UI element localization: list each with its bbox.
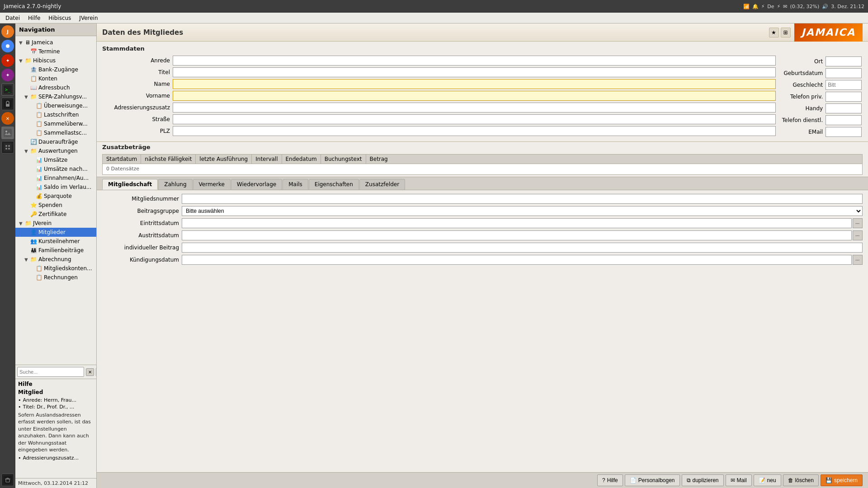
personalbogen-icon: 📄 <box>630 477 637 483</box>
tree-mitglieder[interactable]: 👤 Mitglieder <box>15 228 96 237</box>
strasse-input[interactable] <box>173 114 776 124</box>
tree-mitgliedskonten[interactable]: 📋 Mitgliedskonten... <box>15 264 96 273</box>
tree-kursteilnehmer[interactable]: 👥 Kursteilnehmer <box>15 237 96 246</box>
geschlecht-input[interactable] <box>826 80 862 90</box>
svg-point-3 <box>6 44 9 48</box>
geburtsdatum-input[interactable] <box>826 68 862 78</box>
taskbar-icon-app1[interactable]: ✦ <box>1 54 14 67</box>
tree-sepa[interactable]: ▼ 📁 SEPA-Zahlungsv... <box>15 92 96 101</box>
taskbar-icon-lock[interactable] <box>1 98 14 110</box>
mail-button[interactable]: ✉ Mail <box>726 474 752 486</box>
speichern-button[interactable]: 💾 speichern <box>821 474 863 486</box>
telefon-dienstl-input[interactable] <box>826 115 862 125</box>
tab-wiedervorlage[interactable]: Wiedervorlage <box>231 179 282 190</box>
menu-jverein[interactable]: JVerein <box>75 14 101 22</box>
tab-zusatzfelder[interactable]: Zusatzfelder <box>359 179 405 190</box>
taskbar-icon-jameica[interactable]: J <box>1 25 14 38</box>
tree-ueberweisungen[interactable]: 📋 Überweisunge... <box>15 101 96 110</box>
titel-input[interactable] <box>173 67 776 77</box>
beitragsgruppe-label: Beitragsgruppe <box>102 208 179 214</box>
tree-termine[interactable]: 📅 Termine <box>15 47 96 56</box>
kuendigungsdatum-picker-button[interactable]: ⋯ <box>853 255 863 265</box>
kuendigungsdatum-input[interactable] <box>182 255 852 265</box>
individueller-beitrag-input[interactable]: 0,00 <box>182 243 863 253</box>
ort-input[interactable] <box>826 56 862 66</box>
mitglied-form: Mitgliedsnummer Beitragsgruppe Bitte aus… <box>102 194 863 265</box>
adressierungszusatz-input[interactable] <box>173 103 776 113</box>
taskbar-icon-image[interactable] <box>1 127 14 139</box>
taskbar-icon-apps[interactable] <box>1 141 14 154</box>
plz-label: PLZ <box>102 128 170 134</box>
tab-zahlung[interactable]: Zahlung <box>158 179 192 190</box>
col-intervall[interactable]: Intervall <box>252 155 282 164</box>
nav-panel: Navigation ▼ 🖥 Jameica 📅 Termine ▼ <box>15 23 97 488</box>
austrittsdatum-picker-button[interactable]: ⋯ <box>853 230 863 240</box>
tree-abrechnung[interactable]: ▼ 📁 Abrechnung <box>15 255 96 264</box>
tab-mails[interactable]: Mails <box>283 179 308 190</box>
tree-dauerauftraege[interactable]: 🔄 Daueraufträge <box>15 137 96 146</box>
eintrittsdatum-input[interactable] <box>182 218 852 228</box>
tree-saldo[interactable]: 📊 Saldo im Verlau... <box>15 183 96 192</box>
tree-rechnungen[interactable]: 📋 Rechnungen <box>15 273 96 282</box>
mitgliedsnummer-input[interactable] <box>182 194 863 204</box>
tree-umsaetze[interactable]: 📊 Umsätze <box>15 155 96 164</box>
tree-sparquote[interactable]: 💰 Sparquote <box>15 192 96 201</box>
tree-umsaetze-nach[interactable]: 📊 Umsätze nach... <box>15 164 96 174</box>
beitragsgruppe-select[interactable]: Bitte auswählen <box>182 206 863 216</box>
tree-familienbeitraege[interactable]: 👨‍👩‍👧 Familienbeiträge <box>15 246 96 255</box>
kuendigungsdatum-date-row: ⋯ <box>182 255 863 265</box>
menu-hilfe[interactable]: Hilfe <box>24 14 44 22</box>
loeschen-button[interactable]: 🗑 löschen <box>783 474 819 486</box>
personalbogen-button[interactable]: 📄 Personalbogen <box>625 474 680 486</box>
tree-lastschriften[interactable]: 📋 Lastschriften <box>15 110 96 119</box>
col-buchungstext[interactable]: Buchungstext <box>321 155 366 164</box>
tree-adressbuch[interactable]: 📖 Adressbuch <box>15 83 96 92</box>
col-letzte-ausfuehrung[interactable]: letzte Ausführung <box>196 155 252 164</box>
menu-datei[interactable]: Datei <box>2 14 24 22</box>
taskbar-icon-app2[interactable]: ✦ <box>1 69 14 81</box>
bookmark-icon[interactable]: ★ <box>769 28 779 38</box>
tab-mitgliedschaft[interactable]: Mitgliedschaft <box>102 179 158 190</box>
expand-icon[interactable]: ⊞ <box>781 28 791 38</box>
menu-hibiscus[interactable]: Hibiscus <box>45 14 75 22</box>
search-input[interactable] <box>17 367 84 377</box>
tab-eigenschaften[interactable]: Eigenschaften <box>309 179 359 190</box>
taskbar-icon-chrome[interactable] <box>1 40 14 52</box>
tree-zertifikate[interactable]: 🔑 Zertifikate <box>15 210 96 219</box>
email-input[interactable] <box>826 127 862 137</box>
telefon-priv-input[interactable] <box>826 92 862 102</box>
tree-auswertungen[interactable]: ▼ 📁 Auswertungen <box>15 146 96 155</box>
taskbar-icon-app3[interactable]: ✕ <box>1 112 14 125</box>
eintrittsdatum-picker-button[interactable]: ⋯ <box>853 218 863 228</box>
taskbar-icon-terminal[interactable]: >_ <box>1 83 14 96</box>
anrede-input[interactable] <box>173 56 776 66</box>
tree-sammelueber[interactable]: 📋 Sammelüberw... <box>15 119 96 128</box>
handy-input[interactable] <box>826 103 862 113</box>
austrittsdatum-input[interactable] <box>182 230 852 240</box>
beitragsgruppe-row: Beitragsgruppe Bitte auswählen <box>102 206 863 216</box>
zusatz-table-header: Startdatum nächste Fälligkeit letzte Aus… <box>102 154 863 164</box>
tree-jverein[interactable]: ▼ 📁 JVerein <box>15 219 96 228</box>
col-endedatum[interactable]: Endedatum <box>282 155 321 164</box>
col-betrag[interactable]: Betrag <box>366 155 392 164</box>
tree-konten[interactable]: 📋 Konten <box>15 74 96 83</box>
name-input[interactable] <box>173 79 776 89</box>
statusbar: Mittwoch, 03.12.2014 21:12 <box>15 478 96 488</box>
tree-einnahmen[interactable]: 📊 Einnahmen/Au... <box>15 174 96 183</box>
vorname-input[interactable] <box>173 91 776 101</box>
hilfe-button[interactable]: ? Hilfe <box>597 474 623 486</box>
taskbar-icon-trash[interactable] <box>1 474 14 486</box>
tree-hibiscus[interactable]: ▼ 📁 Hibiscus <box>15 56 96 65</box>
tab-vermerke[interactable]: Vermerke <box>193 179 231 190</box>
search-clear-button[interactable]: ✕ <box>86 368 94 376</box>
neu-button[interactable]: 📝 neu <box>754 474 781 486</box>
duplizieren-button[interactable]: ⧉ duplizieren <box>682 474 724 486</box>
col-startdatum[interactable]: Startdatum <box>103 155 141 164</box>
col-naechste-faelligkeit[interactable]: nächste Fälligkeit <box>141 155 196 164</box>
tree-spenden[interactable]: ⭐ Spenden <box>15 201 96 210</box>
tree-bank-zugaenge[interactable]: 🏦 Bank-Zugänge <box>15 65 96 74</box>
tree-jameica[interactable]: ▼ 🖥 Jameica <box>15 38 96 47</box>
tree-sammellast[interactable]: 📋 Sammellastsc... <box>15 128 96 137</box>
plz-input[interactable] <box>173 126 776 136</box>
geschlecht-label: Geschlecht <box>781 82 823 88</box>
